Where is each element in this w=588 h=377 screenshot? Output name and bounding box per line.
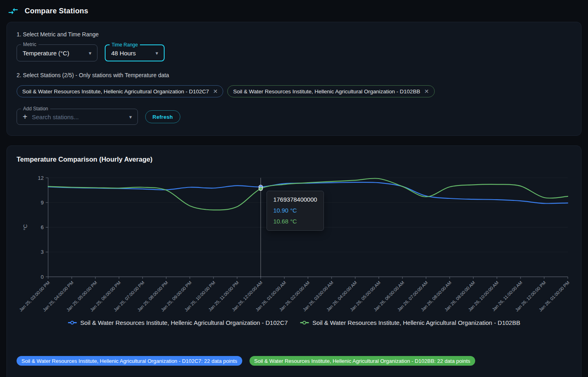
main-content: 1. Select Metric and Time Range Metric T… [0,22,588,377]
data-point-badges: Soil & Water Resources Institute, Hellen… [17,356,571,366]
station-chip-d102bb[interactable]: Soil & Water Resources Institute, Hellen… [227,85,434,97]
add-station-placeholder: Search stations... [32,114,79,120]
remove-station-icon[interactable]: ✕ [213,88,218,95]
tooltip-value-d102c7: 10.90 °C [273,207,317,214]
legend-line-marker-icon [300,322,309,323]
legend-label: Soil & Water Resources Institute, Hellen… [80,319,288,326]
selected-stations-row: Soil & Water Resources Institute, Hellen… [17,85,571,97]
page-title: Compare Stations [25,7,88,15]
metric-select-value: Temperature (°C) [23,50,69,57]
step2-title: 2. Select Stations (2/5) - Only stations… [17,72,571,78]
remove-station-icon[interactable]: ✕ [424,88,429,95]
chevron-down-icon: ▾ [150,50,158,56]
legend-label: Soil & Water Resources Institute, Hellen… [313,319,520,326]
svg-text:3: 3 [41,249,44,255]
chart-tooltip: 1769378400000 10.90 °C 10.68 °C [267,191,324,231]
chart-title: Temperature Comparison (Hourly Average) [17,156,571,163]
tooltip-value-d102bb: 10.68 °C [273,218,317,225]
temperature-chart[interactable]: 036912Jan 25, 03:00:00 PMJan 25, 04:00:0… [17,174,571,319]
station-chip-label: Soil & Water Resources Institute, Hellen… [233,88,420,95]
legend-item-d102bb[interactable]: Soil & Water Resources Institute, Hellen… [300,319,520,326]
chart-card: Temperature Comparison (Hourly Average) … [6,145,582,377]
metric-timerange-row: Metric Temperature (°C) ▾ Time Range 48 … [17,44,571,61]
svg-text:6: 6 [41,224,44,230]
time-range-select-value: 48 Hours [111,50,136,57]
add-station-label: Add Station [21,106,50,112]
tooltip-timestamp: 1769378400000 [273,196,317,203]
station-chip-label: Soil & Water Resources Institute, Hellen… [22,88,209,95]
svg-text:0: 0 [41,274,44,280]
legend-line-marker-icon [68,322,77,323]
metric-select-label: Metric [21,42,38,48]
compare-arrows-icon [7,5,19,17]
controls-card: 1. Select Metric and Time Range Metric T… [6,22,582,136]
step1-title: 1. Select Metric and Time Range [17,31,571,38]
metric-select[interactable]: Metric Temperature (°C) ▾ [17,44,97,61]
chevron-down-icon: ▾ [123,114,132,120]
chevron-down-icon: ▾ [83,50,91,56]
station-chip-d102c7[interactable]: Soil & Water Resources Institute, Hellen… [17,85,223,97]
add-station-row: Add Station + Search stations... ▾ Refre… [17,109,571,125]
station-badge-d102c7: Soil & Water Resources Institute, Hellen… [17,356,242,366]
plus-icon: + [23,113,27,121]
app-header: Compare Stations [0,0,588,22]
time-range-select-label: Time Range [110,42,140,48]
chart-legend: Soil & Water Resources Institute, Hellen… [17,319,571,326]
legend-item-d102c7[interactable]: Soil & Water Resources Institute, Hellen… [68,319,288,326]
add-station-combobox[interactable]: Add Station + Search stations... ▾ [17,109,138,125]
time-range-select[interactable]: Time Range 48 Hours ▾ [105,44,165,61]
svg-text:12: 12 [38,175,44,181]
refresh-button[interactable]: Refresh [145,110,180,123]
svg-text:°C: °C [22,224,28,230]
svg-text:9: 9 [41,200,44,206]
station-badge-d102bb: Soil & Water Resources Institute, Hellen… [250,356,475,366]
